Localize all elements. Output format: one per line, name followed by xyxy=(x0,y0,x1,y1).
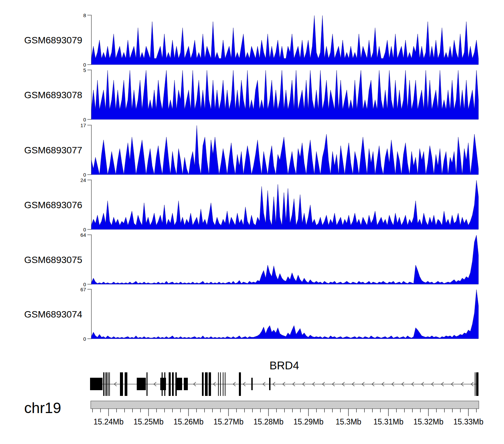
y-axis-line xyxy=(87,125,91,175)
axis-tick-label: 15.31Mb xyxy=(373,417,404,426)
y-axis-max-label: 5 xyxy=(83,67,86,73)
gene-exon xyxy=(106,372,107,396)
track-label: GSM6893074 xyxy=(24,309,82,320)
track-label: GSM6893075 xyxy=(24,255,82,265)
coverage-track: GSM6893075640 xyxy=(24,232,478,287)
axis-tick-label: 15.29Mb xyxy=(293,417,324,426)
y-axis-min-label: 0 xyxy=(83,172,86,178)
chromosome-bar xyxy=(91,401,479,409)
gene-exon xyxy=(169,372,171,396)
chromosome-label: chr19 xyxy=(24,400,61,416)
coverage-track: GSM6893076240 xyxy=(24,177,478,232)
y-axis-min-label: 0 xyxy=(83,227,86,232)
gene-exon xyxy=(177,378,182,390)
y-axis-min-label: 0 xyxy=(83,117,86,122)
axis-tick-label: 15.24Mb xyxy=(93,417,124,426)
y-axis-max-label: 67 xyxy=(80,287,86,292)
gene-exon xyxy=(90,378,102,390)
gene-exon xyxy=(202,372,204,396)
gene-exon xyxy=(146,372,148,396)
gene-exon xyxy=(209,372,211,396)
gene-exon xyxy=(223,372,223,396)
gene-exon xyxy=(225,372,225,396)
coverage-signal xyxy=(91,15,478,65)
axis-tick-label: 15.26Mb xyxy=(173,417,204,426)
axis-tick-label: 15.25Mb xyxy=(133,417,164,426)
axis-tick-label: 15.33Mb xyxy=(453,417,484,426)
gene-exon xyxy=(475,372,475,396)
y-axis-line xyxy=(87,70,91,119)
gene-exon xyxy=(269,378,270,390)
gene-exon xyxy=(164,372,165,396)
gene-exon xyxy=(220,372,221,396)
gene-exon xyxy=(218,372,219,396)
gene-exon xyxy=(108,372,109,396)
y-axis-min-label: 0 xyxy=(83,62,86,68)
gene-exon xyxy=(105,372,106,396)
y-axis-line xyxy=(87,15,91,65)
y-axis-max-label: 24 xyxy=(80,177,86,183)
gene-exon xyxy=(172,372,174,396)
gene-exon xyxy=(205,372,208,396)
gene-exon xyxy=(476,372,478,396)
gene-name-label: BRD4 xyxy=(269,359,299,372)
coverage-track: GSM6893077170 xyxy=(24,122,478,178)
y-axis-line xyxy=(87,235,91,284)
chromosome-ruler: chr1915.24Mb15.25Mb15.26Mb15.27Mb15.28Mb… xyxy=(24,400,484,426)
gene-exon xyxy=(120,372,123,396)
coverage-track: GSM689307980 xyxy=(24,12,478,68)
gene-exon xyxy=(125,372,127,396)
axis-tick-label: 15.32Mb xyxy=(413,417,444,426)
genome-browser-canvas: GSM689307980GSM689307850GSM6893077170GSM… xyxy=(0,0,504,444)
coverage-signal xyxy=(91,290,478,339)
gene-exon xyxy=(175,372,177,396)
coverage-signal xyxy=(91,70,478,119)
y-axis-max-label: 64 xyxy=(80,232,86,238)
y-axis-max-label: 17 xyxy=(80,122,86,128)
coverage-signal xyxy=(91,125,478,175)
y-axis-min-label: 0 xyxy=(83,336,86,342)
axis-tick-label: 15.3Mb xyxy=(336,417,362,426)
y-axis-line xyxy=(87,180,91,229)
gene-model-track: BRD4 xyxy=(90,359,478,396)
gene-exon xyxy=(103,372,104,396)
axis-tick-label: 15.27Mb xyxy=(213,417,244,426)
track-label: GSM6893077 xyxy=(24,145,82,155)
track-label: GSM6893076 xyxy=(24,200,82,210)
coverage-signal xyxy=(91,180,478,229)
track-label: GSM6893079 xyxy=(24,35,82,45)
coverage-track: GSM689307850 xyxy=(24,67,478,122)
genome-browser-figure: GSM689307980GSM689307850GSM6893077170GSM… xyxy=(0,0,504,444)
gene-exon xyxy=(109,372,110,396)
coverage-signal xyxy=(91,235,478,284)
gene-exon xyxy=(162,372,163,396)
gene-exon xyxy=(137,378,146,390)
coverage-track: GSM6893074670 xyxy=(24,287,478,342)
gene-exon xyxy=(184,378,188,390)
y-axis-max-label: 8 xyxy=(83,12,86,18)
gene-exon xyxy=(239,372,241,396)
track-label: GSM6893078 xyxy=(24,90,82,100)
gene-exon xyxy=(251,378,253,390)
axis-tick-label: 15.28Mb xyxy=(253,417,284,426)
y-axis-line xyxy=(87,289,91,339)
